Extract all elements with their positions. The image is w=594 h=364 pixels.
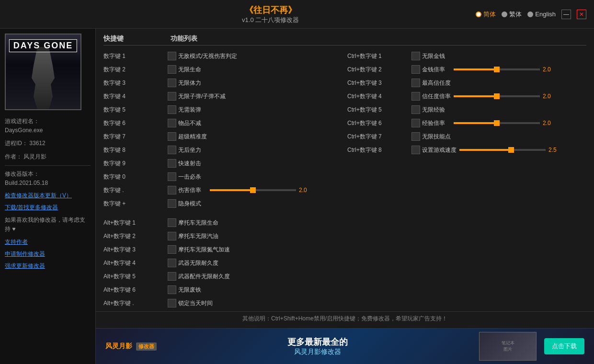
slider-thumb[interactable] (494, 67, 500, 72)
feature-name: 摩托车无限氮气加速 (178, 246, 343, 254)
feature-checkbox[interactable] (168, 132, 176, 141)
slider-container: 经验倍率2.0 (422, 119, 586, 127)
left-features-list: 数字键 1无敌模式/无视伤害判定数字键 2无限生命数字键 3无限体力数字键 4无… (103, 49, 343, 210)
lang-jianm[interactable]: 简体 (476, 10, 496, 19)
feature-key: Alt+数字键 5 (103, 273, 166, 281)
right-features-panel: Ctrl+数字键 1无限金钱Ctrl+数字键 2金钱倍率2.0Ctrl+数字键 … (343, 49, 586, 323)
feature-checkbox[interactable] (168, 232, 176, 240)
request-link[interactable]: 申请制作修改器 (5, 250, 91, 258)
feature-name: 无后坐力 (178, 146, 343, 154)
slider-track[interactable] (454, 68, 540, 70)
section-gap-1 (103, 210, 343, 216)
feature-checkbox[interactable] (411, 92, 420, 101)
feature-key: Alt+数字键 2 (103, 232, 166, 240)
feature-name: 最高信任度 (422, 79, 586, 87)
download-link[interactable]: 下载/首找更多修改器 (5, 204, 91, 212)
slider-track[interactable] (454, 122, 540, 124)
feature-key: Alt+数字键 1 (103, 219, 166, 227)
feature-checkbox[interactable] (411, 119, 420, 127)
feature-checkbox[interactable] (168, 218, 176, 227)
lang-english[interactable]: English (527, 11, 556, 18)
feature-row: Alt+数字键 6无限废铁 (103, 283, 343, 296)
feature-name: 摩托车无限生命 (178, 219, 343, 227)
left-features-list2: Alt+数字键 1摩托车无限生命Alt+数字键 2摩托车无限汽油Alt+数字键 … (103, 216, 343, 323)
ad-badge: 修改器 (136, 342, 157, 351)
feature-name: 无限生命 (178, 66, 343, 74)
feature-name: 无限子弹/子弹不减 (178, 92, 343, 101)
feature-checkbox[interactable] (168, 92, 176, 101)
feature-checkbox[interactable] (168, 65, 176, 74)
feature-checkbox[interactable] (168, 172, 176, 181)
game-logo: DAYS GONE (5, 34, 81, 110)
sidebar-process-info: 游戏进程名： DaysGone.exe (5, 117, 91, 135)
slider-container: 设置游戏速度2.5 (422, 146, 586, 154)
feature-key: Ctrl+数字键 4 (347, 92, 410, 101)
feature-name: 设置游戏速度 (422, 146, 457, 154)
feature-checkbox[interactable] (411, 52, 420, 60)
lang-fanm[interactable]: 繁体 (502, 10, 522, 19)
feature-checkbox[interactable] (168, 119, 176, 127)
title-bar: 《往日不再》 v1.0 二十八项修改器 简体 繁体 English — ✕ (0, 0, 594, 29)
feature-checkbox[interactable] (168, 285, 176, 294)
feature-key: 数字键 8 (103, 146, 166, 154)
slider-track[interactable] (210, 189, 296, 191)
feature-checkbox[interactable] (168, 186, 176, 194)
feature-row: 数字键 7超级精准度 (103, 130, 343, 143)
slider-track[interactable] (454, 95, 540, 97)
feature-name: 无限废铁 (178, 286, 343, 294)
feature-checkbox[interactable] (168, 272, 176, 281)
sidebar-pid-info: 进程ID： 33612 (5, 139, 91, 148)
check-update-link[interactable]: 检查修改器版本更新（V） (5, 192, 91, 200)
feature-name: 无限技能点 (422, 133, 586, 141)
pid-value: 33612 (29, 140, 45, 147)
feature-name: 武器无限耐久度 (178, 259, 343, 267)
slider-thumb[interactable] (494, 93, 500, 99)
feature-checkbox[interactable] (411, 132, 420, 141)
feature-checkbox[interactable] (411, 146, 420, 154)
slider-thumb[interactable] (508, 147, 514, 153)
slider-container: 金钱倍率2.0 (422, 66, 586, 74)
feature-checkbox[interactable] (411, 65, 420, 74)
feature-name: 经验倍率 (422, 119, 451, 127)
sidebar-version-info: 修改器版本： Build.2021.05.18 (5, 170, 91, 188)
feature-key: 数字键 6 (103, 119, 166, 127)
close-button[interactable]: ✕ (577, 10, 586, 19)
feature-row: 数字键 1无敌模式/无视伤害判定 (103, 49, 343, 63)
feature-key: Alt+数字键 3 (103, 246, 166, 254)
version-value: Build.2021.05.18 (5, 180, 48, 186)
lang-radio-english (527, 11, 533, 17)
feature-checkbox[interactable] (168, 79, 176, 87)
ad-download-button[interactable]: 点击下载 (544, 338, 584, 354)
feature-checkbox[interactable] (168, 299, 176, 307)
feature-name: 伤害倍率 (178, 186, 207, 194)
feature-row: 数字键 .伤害倍率2.0 (103, 183, 343, 197)
ad-banner[interactable]: 风灵月影 修改器 更多最新最全的 风灵月影修改器 笔记本图片 点击下载 (96, 328, 594, 364)
feature-checkbox[interactable] (168, 245, 176, 254)
feature-key: 数字键 0 (103, 173, 166, 181)
feature-checkbox[interactable] (168, 105, 176, 114)
feature-checkbox[interactable] (411, 105, 420, 114)
feature-checkbox[interactable] (168, 199, 176, 208)
slider-fill (454, 122, 497, 124)
feature-key: Ctrl+数字键 3 (347, 79, 410, 87)
feature-key: Ctrl+数字键 6 (347, 119, 410, 127)
force-update-link[interactable]: 强求更新修改器 (5, 262, 91, 270)
feature-row: Ctrl+数字键 1无限金钱 (347, 49, 586, 63)
feature-checkbox[interactable] (168, 259, 176, 267)
feature-checkbox[interactable] (168, 146, 176, 154)
sidebar-divider-1 (5, 165, 91, 166)
lang-radio-fanm (502, 11, 507, 17)
feature-checkbox[interactable] (168, 52, 176, 60)
author-label: 作者： (5, 153, 22, 160)
minimize-button[interactable]: — (561, 10, 571, 19)
lang-label-fanm: 繁体 (509, 10, 522, 19)
slider-container: 信任度倍率2.0 (422, 92, 586, 101)
support-author-link[interactable]: 支持作者 (5, 238, 91, 246)
feature-checkbox[interactable] (411, 79, 420, 87)
slider-thumb[interactable] (250, 187, 256, 193)
slider-track[interactable] (459, 149, 546, 151)
feature-row: 数字键 6物品不减 (103, 116, 343, 130)
slider-thumb[interactable] (494, 120, 500, 126)
feature-key: Ctrl+数字键 7 (347, 133, 410, 141)
feature-checkbox[interactable] (168, 159, 176, 168)
